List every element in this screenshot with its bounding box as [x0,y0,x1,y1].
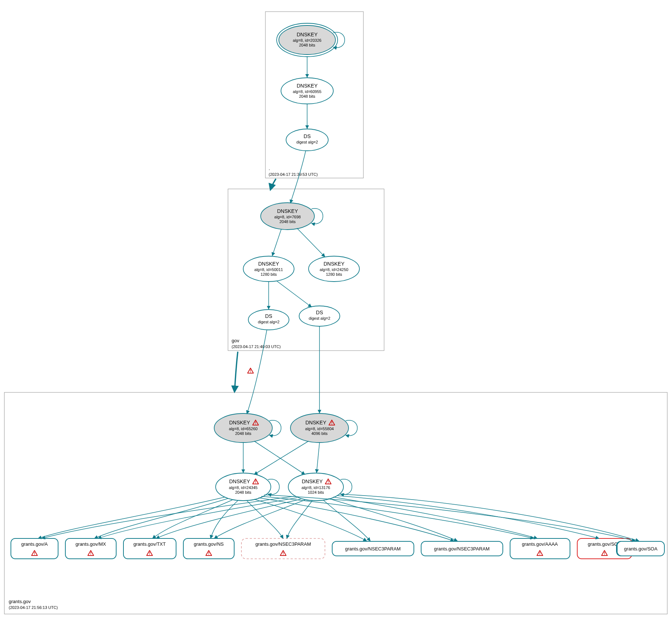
svg-text:DNSKEY: DNSKEY [302,478,323,484]
zone-grants: grants.gov (2023-04-17 21:56:13 UTC) DNS… [4,392,667,614]
svg-text:digest alg=2: digest alg=2 [258,320,280,324]
edges-rrsets [38,494,639,541]
svg-text:alg=8, id=13176: alg=8, id=13176 [302,485,330,490]
svg-text:grants.gov/NSEC3PARAM: grants.gov/NSEC3PARAM [256,541,311,547]
svg-text:alg=8, id=20326: alg=8, id=20326 [293,38,322,43]
svg-text:1280 bits: 1280 bits [261,272,277,276]
svg-text:alg=8, id=65260: alg=8, id=65260 [229,427,258,431]
svg-text:2048 bits: 2048 bits [299,43,315,47]
svg-text:DNSKEY: DNSKEY [305,420,326,425]
svg-text:DNSKEY: DNSKEY [323,261,345,267]
svg-text:DNSKEY: DNSKEY [258,261,279,267]
svg-text:alg=8, id=24345: alg=8, id=24345 [229,485,258,490]
svg-text:grants.gov/NSEC3PARAM: grants.gov/NSEC3PARAM [434,546,490,552]
rrset-nsec3param-2[interactable]: grants.gov/NSEC3PARAM [332,541,414,556]
warning-icon [248,368,253,373]
svg-text:grants.gov/NSEC3PARAM: grants.gov/NSEC3PARAM [345,546,401,552]
node-root-zsk[interactable]: DNSKEY alg=8, id=60955 2048 bits [281,78,333,104]
rrset-ns[interactable]: grants.gov/NS [183,538,234,559]
svg-text:DNSKEY: DNSKEY [277,208,298,214]
svg-text:1024 bits: 1024 bits [308,490,324,494]
svg-text:grants.gov/SOA: grants.gov/SOA [624,546,657,552]
zone-root-name: . [269,166,270,171]
svg-text:alg=8, id=60955: alg=8, id=60955 [293,89,322,94]
svg-text:grants.gov/MX: grants.gov/MX [76,541,106,547]
svg-text:DS: DS [304,133,310,139]
edge-root-to-gov-thick [270,179,276,190]
zone-root: . (2023-04-17 21:39:53 UTC) DNSKEY alg=8… [265,12,363,178]
rrset-nsec3param-dashed[interactable]: grants.gov/NSEC3PARAM [241,538,325,559]
svg-text:alg=8, id=50011: alg=8, id=50011 [254,267,283,272]
zone-grants-name: grants.gov [9,599,31,604]
svg-text:DS: DS [265,313,272,319]
edge-gov-to-grants-thick [235,352,238,392]
svg-text:digest alg=2: digest alg=2 [296,140,318,144]
rrset-soa-ok[interactable]: grants.gov/SOA [617,541,664,556]
svg-text:grants.gov/NS: grants.gov/NS [194,541,224,547]
svg-text:DNSKEY: DNSKEY [229,478,250,484]
node-root-ksk[interactable]: DNSKEY alg=8, id=20326 2048 bits [277,23,338,57]
node-gov-ds2[interactable]: DS digest alg=2 [299,306,340,326]
node-gov-zsk2[interactable]: DNSKEY alg=8, id=24250 1280 bits [309,256,359,282]
svg-text:4096 bits: 4096 bits [311,431,328,436]
rrset-mx[interactable]: grants.gov/MX [65,538,116,559]
node-gov-ksk[interactable]: DNSKEY alg=8, id=7698 2048 bits [261,203,314,230]
svg-text:2048 bits: 2048 bits [299,94,315,98]
svg-text:grants.gov/AAAA: grants.gov/AAAA [522,541,558,547]
svg-text:DNSKEY: DNSKEY [229,420,250,425]
edge-root-ds-to-gov-ksk [290,151,306,203]
rrset-nsec3param-3[interactable]: grants.gov/NSEC3PARAM [421,541,503,556]
svg-text:digest alg=2: digest alg=2 [309,316,330,320]
rrset-txt[interactable]: grants.gov/TXT [123,538,176,559]
svg-text:alg=8, id=7698: alg=8, id=7698 [274,215,301,219]
node-gov-ds1[interactable]: DS digest alg=2 [248,310,289,330]
svg-text:DNSKEY: DNSKEY [297,32,318,37]
node-root-ds[interactable]: DS digest alg=2 [286,129,328,151]
svg-text:DNSKEY: DNSKEY [297,83,318,89]
zone-gov-timestamp: (2023-04-17 21:40:03 UTC) [232,344,281,349]
zone-gov: gov (2023-04-17 21:40:03 UTC) DNSKEY alg… [228,189,384,351]
node-grants-ksk2[interactable]: DNSKEY alg=8, id=55804 4096 bits [290,413,349,443]
svg-text:alg=8, id=24250: alg=8, id=24250 [320,267,349,272]
svg-text:2048 bits: 2048 bits [235,490,252,494]
svg-text:1280 bits: 1280 bits [326,272,342,276]
rrset-aaaa[interactable]: grants.gov/AAAA [510,538,570,559]
svg-text:2048 bits: 2048 bits [235,431,252,436]
rrset-a[interactable]: grants.gov/A [11,538,58,559]
svg-text:grants.gov/TXT: grants.gov/TXT [134,541,166,547]
svg-text:grants.gov/A: grants.gov/A [21,541,48,547]
svg-text:DS: DS [316,310,323,315]
svg-text:alg=8, id=55804: alg=8, id=55804 [305,427,334,431]
zone-gov-name: gov [232,338,239,343]
dnssec-graph: ! . (2023-04-17 21:39:53 UTC) DNSKEY alg… [0,0,672,634]
zone-root-timestamp: (2023-04-17 21:39:53 UTC) [269,172,318,177]
svg-text:2048 bits: 2048 bits [280,219,296,224]
node-gov-zsk1[interactable]: DNSKEY alg=8, id=50011 1280 bits [243,256,294,282]
node-grants-ksk1[interactable]: DNSKEY alg=8, id=65260 2048 bits [214,413,272,443]
zone-grants-timestamp: (2023-04-17 21:56:13 UTC) [9,605,58,610]
